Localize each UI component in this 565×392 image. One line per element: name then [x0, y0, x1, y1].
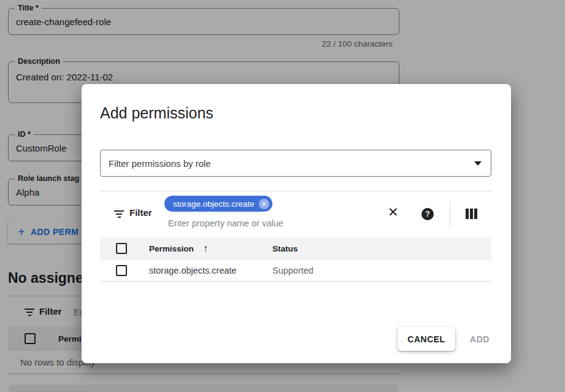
add-permissions-dialog: Add permissions Filter permissions by ro…: [82, 84, 511, 363]
role-select-placeholder: Filter permissions by role: [109, 158, 211, 169]
permission-cell: storage.objects.create: [149, 266, 237, 275]
status-column-header[interactable]: Status: [272, 244, 298, 253]
table-row[interactable]: storage.objects.create Supported: [100, 259, 491, 282]
permissions-filter-toolbar: Filter storage.objects.create ✕ Enter pr…: [100, 191, 491, 238]
filter-input[interactable]: Enter property name or value: [168, 218, 283, 228]
status-cell: Supported: [272, 266, 313, 275]
column-display-options-icon[interactable]: [466, 209, 477, 219]
permission-column-header[interactable]: Permission: [149, 244, 194, 253]
help-icon[interactable]: ?: [421, 208, 434, 220]
permissions-table-header: Permission ↑ Status: [100, 238, 491, 259]
filter-chip[interactable]: storage.objects.create ✕: [164, 196, 272, 212]
select-all-checkbox[interactable]: [116, 243, 127, 254]
row-checkbox[interactable]: [116, 265, 127, 276]
chip-remove-icon[interactable]: ✕: [259, 199, 269, 209]
clear-filters-icon[interactable]: ✕: [388, 205, 399, 220]
screen: Title * create-changefeed-role 22 / 100 …: [0, 0, 565, 392]
filter-label: Filter: [129, 207, 152, 218]
permissions-table: Permission ↑ Status storage.objects.crea…: [100, 238, 491, 282]
dialog-title: Add permissions: [100, 104, 213, 122]
add-button[interactable]: ADD: [461, 327, 498, 351]
cancel-button-label: CANCEL: [407, 334, 445, 344]
filter-chip-label: storage.objects.create: [173, 199, 255, 209]
sort-ascending-icon[interactable]: ↑: [203, 243, 208, 254]
cancel-button[interactable]: CANCEL: [398, 327, 455, 351]
filter-permissions-by-role-select[interactable]: Filter permissions by role: [100, 150, 491, 177]
toolbar-divider: [450, 201, 450, 229]
caret-down-icon: [474, 161, 482, 166]
filter-icon: [114, 210, 124, 220]
add-button-label: ADD: [470, 334, 490, 344]
